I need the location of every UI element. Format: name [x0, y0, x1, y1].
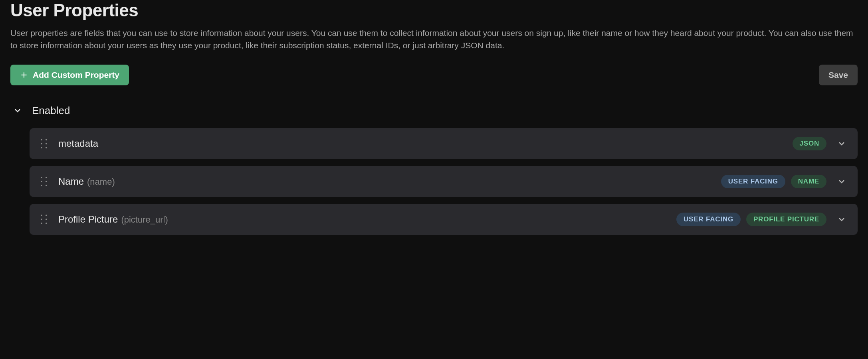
property-badges: JSON	[793, 137, 847, 150]
drag-handle-icon[interactable]	[41, 139, 47, 148]
drag-handle-icon[interactable]	[41, 215, 47, 224]
page-title: User Properties	[10, 0, 858, 21]
property-row[interactable]: Profile Picture(picture_url)USER FACINGP…	[30, 204, 858, 235]
property-title-wrap: Profile Picture(picture_url)	[58, 214, 665, 225]
drag-handle-icon[interactable]	[41, 177, 47, 186]
save-button-label: Save	[828, 70, 848, 80]
property-badge: JSON	[793, 137, 827, 150]
property-title-wrap: metadata	[58, 138, 781, 149]
property-list: metadataJSONName(name)USER FACINGNAMEPro…	[10, 128, 858, 235]
property-badges: USER FACINGNAME	[721, 175, 846, 188]
chevron-down-icon[interactable]	[837, 215, 846, 224]
property-badge: PROFILE PICTURE	[746, 213, 826, 226]
property-label: Name	[58, 176, 84, 187]
toolbar: Add Custom Property Save	[10, 65, 858, 85]
chevron-down-icon[interactable]	[837, 139, 846, 148]
property-title-wrap: Name(name)	[58, 176, 710, 187]
property-sublabel: (picture_url)	[121, 215, 168, 225]
section-header-enabled[interactable]: Enabled	[10, 105, 858, 117]
add-button-label: Add Custom Property	[33, 70, 119, 80]
property-badge: NAME	[791, 175, 826, 188]
property-badge: USER FACING	[721, 175, 785, 188]
property-badges: USER FACINGPROFILE PICTURE	[676, 213, 846, 226]
property-row[interactable]: Name(name)USER FACINGNAME	[30, 166, 858, 197]
page-description: User properties are fields that you can …	[10, 27, 858, 52]
save-button[interactable]: Save	[819, 65, 858, 85]
add-custom-property-button[interactable]: Add Custom Property	[10, 65, 129, 85]
property-label: Profile Picture	[58, 214, 118, 225]
plus-icon	[20, 71, 28, 79]
property-sublabel: (name)	[87, 177, 115, 187]
property-row[interactable]: metadataJSON	[30, 128, 858, 159]
property-badge: USER FACING	[676, 213, 741, 226]
chevron-down-icon[interactable]	[837, 177, 846, 186]
section-title: Enabled	[32, 105, 70, 117]
chevron-down-icon	[13, 106, 22, 115]
property-label: metadata	[58, 138, 98, 149]
